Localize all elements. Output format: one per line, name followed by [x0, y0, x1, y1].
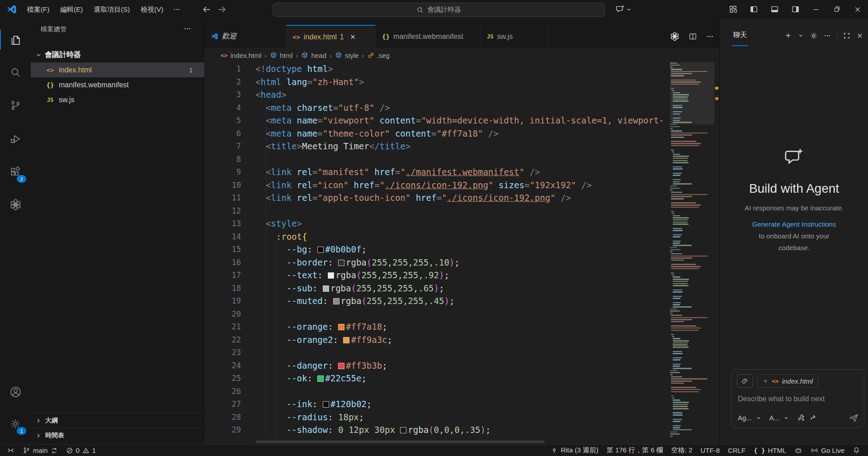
eol-sequence[interactable]: CRLF [724, 445, 750, 456]
extensions-view-icon[interactable]: 2 [0, 160, 31, 184]
line-number[interactable]: 11 [204, 191, 255, 204]
tab-sw-js[interactable]: JS sw.js [481, 25, 548, 48]
toggle-panel-icon[interactable] [764, 0, 785, 19]
code-line[interactable]: <meta name="theme-color" content="#ff7a1… [255, 127, 670, 140]
notifications-bell-icon[interactable] [849, 445, 864, 456]
code-lines[interactable]: <!doctype html><html lang="zh-Hant"><hea… [255, 62, 670, 437]
line-number[interactable]: 14 [204, 230, 255, 243]
code-line[interactable]: --sub: rgba(255,255,255,.65); [255, 282, 670, 295]
code-line[interactable]: <!doctype html> [255, 62, 670, 76]
minimap-slider[interactable] [670, 62, 714, 124]
code-line[interactable]: --ink: #120b02; [255, 398, 670, 411]
outline-section[interactable]: 大綱 [31, 413, 204, 428]
language-mode[interactable]: { } HTML [750, 445, 790, 456]
line-number[interactable]: 7 [204, 140, 255, 153]
open-chat-arrow-icon[interactable] [809, 413, 818, 422]
code-line[interactable] [255, 204, 670, 218]
code-line[interactable]: --orange: #ff7a18; [255, 320, 670, 333]
code-line[interactable]: <meta charset="utf-8" /> [255, 101, 670, 114]
file-row-sw-js[interactable]: JS sw.js [31, 92, 204, 107]
generate-agent-instructions-link[interactable]: Generate Agent Instructions [743, 218, 845, 230]
line-number[interactable]: 12 [204, 204, 255, 218]
copilot-status[interactable] [790, 445, 807, 456]
model-dropdown[interactable]: A... [769, 414, 789, 422]
folder-row[interactable]: 會議計時器 [31, 48, 204, 62]
line-number[interactable]: 9 [204, 166, 255, 179]
line-number[interactable]: 4 [204, 101, 255, 114]
line-number[interactable]: 6 [204, 127, 255, 140]
line-number[interactable]: 5 [204, 114, 255, 127]
line-number[interactable]: 15 [204, 243, 255, 256]
code-line[interactable]: --shadow: 0 12px 30px rgba(0,0,0,.35); [255, 423, 670, 437]
breadcrumb-file[interactable]: <>index.html [221, 52, 261, 59]
line-number[interactable]: 21 [204, 320, 255, 333]
line-number[interactable]: 18 [204, 282, 255, 295]
code-line[interactable]: --orange2: #ff9a3c; [255, 333, 670, 347]
branch-indicator[interactable]: main [19, 445, 62, 456]
indentation[interactable]: 空格: 2 [667, 445, 697, 456]
line-number[interactable]: 20 [204, 308, 255, 321]
code-line[interactable]: --ok: #22c55e; [255, 372, 670, 385]
menu-selection[interactable]: 選取項目(S) [88, 0, 135, 19]
window-close-icon[interactable] [847, 0, 868, 19]
encoding[interactable]: UTF-8 [696, 445, 724, 456]
code-line[interactable]: --border: rgba(255,255,255,.10); [255, 256, 670, 269]
chat-settings-gear-icon[interactable] [810, 32, 818, 40]
line-number[interactable]: 19 [204, 294, 255, 308]
code-line[interactable]: <style> [255, 217, 670, 230]
code-line[interactable]: --bg: #0b0b0f; [255, 243, 670, 256]
search-view-icon[interactable] [0, 61, 31, 84]
nav-forward-icon[interactable] [217, 5, 226, 14]
file-row-manifest[interactable]: {} manifest.webmanifest [31, 77, 204, 92]
line-number[interactable]: 25 [204, 372, 255, 385]
tab-manifest[interactable]: {} manifest.webmanifest [376, 25, 481, 48]
line-number[interactable]: 26 [204, 385, 255, 398]
chat-input-placeholder[interactable]: Describe what to build next [738, 395, 825, 403]
code-line[interactable]: <head> [255, 88, 670, 101]
problems-indicator[interactable]: 0 1 [62, 445, 100, 456]
code-line[interactable]: <html lang="zh-Hant"> [255, 76, 670, 89]
toggle-secondary-sidebar-icon[interactable] [785, 0, 806, 19]
send-button[interactable] [849, 413, 859, 423]
agent-mode-dropdown[interactable]: Ag... [738, 414, 761, 422]
window-restore-icon[interactable] [826, 0, 847, 19]
breadcrumb-selector[interactable]: .seg [368, 52, 390, 59]
line-number[interactable]: 1 [204, 62, 255, 76]
code-line[interactable]: --radius: 18px; [255, 411, 670, 424]
copilot-titlebar-button[interactable] [616, 0, 632, 19]
line-number[interactable]: 16 [204, 256, 255, 269]
menu-view[interactable]: 檢視(V) [135, 0, 169, 19]
code-line[interactable]: --text: rgba(255,255,255,.92); [255, 269, 670, 282]
line-number[interactable]: 13 [204, 217, 255, 230]
line-number[interactable]: 10 [204, 179, 255, 192]
nav-back-icon[interactable] [202, 5, 211, 14]
chevron-down-icon[interactable] [798, 33, 804, 38]
source-control-view-icon[interactable] [0, 94, 31, 117]
tab-close-icon[interactable] [349, 33, 356, 40]
line-number[interactable]: 24 [204, 359, 255, 372]
line-number[interactable]: 2 [204, 76, 255, 89]
openai-editor-action-icon[interactable] [670, 32, 679, 41]
line-number[interactable]: 23 [204, 346, 255, 359]
line-number[interactable]: 29 [204, 423, 255, 437]
run-debug-view-icon[interactable] [0, 127, 31, 151]
maximize-panel-icon[interactable] [843, 32, 850, 39]
line-number[interactable]: 27 [204, 398, 255, 411]
attach-context-button[interactable] [737, 374, 753, 388]
chat-input-box[interactable]: <> index.html Describe what to build nex… [731, 369, 864, 428]
code-line[interactable]: <link rel="apple-touch-icon" href="./ico… [255, 191, 670, 204]
new-chat-icon[interactable] [784, 32, 792, 39]
horizontal-scrollbar[interactable] [255, 441, 545, 443]
breadcrumb-html[interactable]: html [270, 52, 292, 59]
code-line[interactable] [255, 308, 670, 321]
code-editor[interactable]: 1234567891011121314151617181920212223242… [204, 62, 719, 444]
context-chip[interactable]: <> index.html [757, 374, 818, 388]
line-number[interactable]: 8 [204, 153, 255, 166]
code-line[interactable]: <meta name="viewport" content="width=dev… [255, 114, 670, 127]
chat-more-actions-icon[interactable] [824, 32, 831, 39]
line-number[interactable]: 3 [204, 88, 255, 101]
code-line[interactable]: --muted: rgba(255,255,255,.45); [255, 294, 670, 308]
command-center-search[interactable]: 會議計時器 [273, 3, 605, 17]
customize-layout-icon[interactable] [722, 0, 743, 19]
file-row-index-html[interactable]: <> index.html 1 [31, 62, 204, 77]
